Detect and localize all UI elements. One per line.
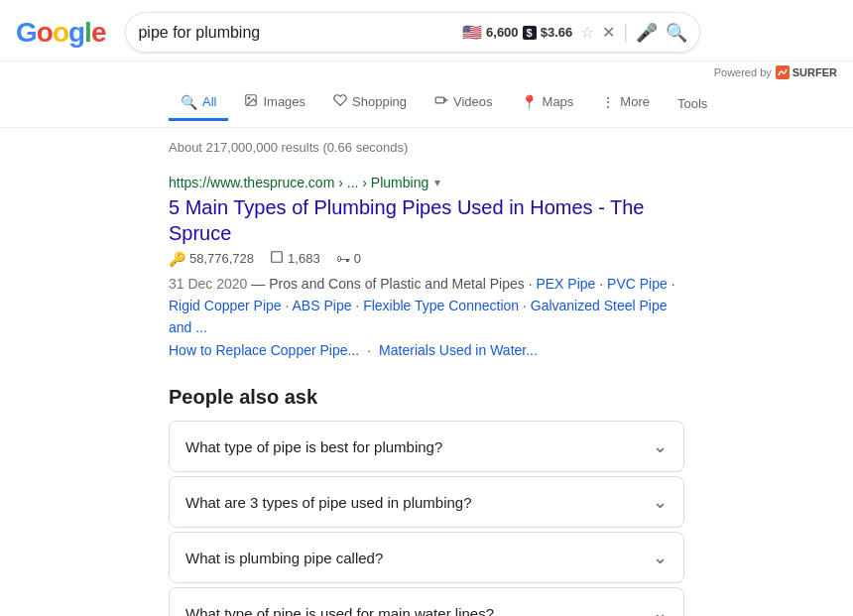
paa-question-3: What is plumbing pipe called?	[185, 550, 383, 566]
paa-chevron-3-icon: ⌄	[653, 547, 668, 568]
search-button[interactable]: 🔍	[666, 22, 687, 44]
svg-point-1	[249, 97, 251, 99]
result-url-row: https://www.thespruce.com › ... › Plumbi…	[169, 175, 684, 190]
kw-cpc: $3.66	[541, 25, 573, 40]
result-link-copper[interactable]: Rigid Copper Pipe	[169, 298, 282, 313]
flag-icon: 🇺🇸	[462, 23, 482, 42]
svg-rect-2	[435, 97, 444, 103]
result-title-text: 5 Main Types of Plumbing Pipes Used in H…	[169, 196, 645, 244]
paa-item-1[interactable]: What type of pipe is best for plumbing? …	[169, 421, 684, 472]
results-count: About 217,000,000 results (0.66 seconds)	[0, 128, 853, 163]
paa-chevron-2-icon: ⌄	[653, 491, 668, 513]
tab-shopping[interactable]: Shopping	[321, 85, 419, 121]
result-metrics: 🔑 58,776,728 1,683 🗝 0	[169, 250, 684, 267]
search-bar-right: 🇺🇸 6,600 $ $3.66 ☆ ✕ | 🎤 🔍	[462, 21, 687, 44]
keys-value: 0	[354, 251, 361, 266]
result-sub-link-materials[interactable]: Materials Used in Water...	[379, 342, 538, 358]
paa-item-3[interactable]: What is plumbing pipe called? ⌄	[169, 532, 684, 583]
powered-by-label: Powered by	[714, 66, 772, 78]
sub-links-separator: ·	[367, 342, 371, 358]
shopping-icon	[333, 93, 347, 110]
all-icon: 🔍	[181, 94, 197, 110]
tab-images[interactable]: Images	[232, 85, 317, 121]
result-link-pex[interactable]: PEX Pipe	[536, 276, 595, 292]
pages-icon	[270, 250, 284, 267]
search-input[interactable]	[138, 24, 454, 42]
result-url-dropdown-icon[interactable]: ▾	[434, 176, 440, 189]
paa-title: People also ask	[169, 386, 684, 409]
metric-item-keys: 🗝 0	[336, 251, 361, 267]
metric-item-backlinks: 🔑 58,776,728	[169, 251, 254, 267]
result-sub-links: How to Replace Copper Pipe... · Material…	[169, 342, 684, 358]
result-link-abs[interactable]: ABS Pipe	[293, 298, 352, 313]
tab-more-label: More	[620, 94, 650, 109]
svg-rect-4	[272, 252, 283, 263]
metric-item-pages: 1,683	[270, 250, 320, 267]
keyword-data: 🇺🇸 6,600 $ $3.66	[462, 23, 572, 42]
surfer-brand: SURFER	[792, 66, 837, 78]
powered-by-bar: Powered by SURFER	[0, 62, 853, 79]
paa-question-1: What type of pipe is best for plumbing?	[185, 438, 442, 455]
result-url-breadcrumb: › ... › Plumbing	[338, 175, 428, 190]
tab-videos[interactable]: Videos	[423, 85, 505, 121]
keys-icon: 🗝	[336, 251, 350, 267]
search-bar[interactable]: 🇺🇸 6,600 $ $3.66 ☆ ✕ | 🎤 🔍	[125, 12, 700, 53]
result-url: https://www.thespruce.com › ... › Plumbi…	[169, 175, 428, 190]
tab-maps-label: Maps	[543, 94, 574, 109]
maps-icon: 📍	[521, 94, 538, 110]
surfer-logo-icon	[776, 65, 790, 79]
result-description: 31 Dec 2020 — Pros and Cons of Plastic a…	[169, 273, 684, 338]
images-icon	[244, 93, 258, 110]
google-logo: Google	[16, 17, 105, 49]
videos-icon	[434, 93, 448, 110]
result-link-flexible[interactable]: Flexible Type Connection	[363, 298, 519, 313]
result-link-pvc[interactable]: PVC Pipe	[607, 276, 668, 292]
close-icon[interactable]: ✕	[602, 23, 615, 42]
tab-maps[interactable]: 📍 Maps	[509, 86, 586, 121]
tab-shopping-label: Shopping	[352, 94, 407, 109]
header: Google 🇺🇸 6,600 $ $3.66 ☆ ✕ | 🎤 🔍	[0, 0, 853, 62]
tools-button[interactable]: Tools	[666, 88, 719, 119]
result-title-link[interactable]: 5 Main Types of Plumbing Pipes Used in H…	[169, 194, 684, 246]
pages-value: 1,683	[288, 251, 320, 266]
result-url-base: https://www.thespruce.com	[169, 175, 334, 190]
paa-chevron-1-icon: ⌄	[653, 435, 668, 457]
kw-cpc-badge: $	[523, 26, 537, 40]
tab-videos-label: Videos	[453, 94, 493, 109]
tab-more[interactable]: ⋮ More	[589, 86, 662, 121]
paa-item-4[interactable]: What type of pipe is used for main water…	[169, 587, 684, 616]
paa-question-4: What type of pipe is used for main water…	[185, 605, 494, 616]
search-result: https://www.thespruce.com › ... › Plumbi…	[169, 175, 684, 358]
paa-item-2[interactable]: What are 3 types of pipe used in plumbin…	[169, 476, 684, 528]
people-also-ask-section: People also ask What type of pipe is bes…	[169, 386, 684, 616]
backlinks-value: 58,776,728	[189, 251, 254, 266]
mic-icon[interactable]: 🎤	[636, 22, 658, 44]
backlinks-icon: 🔑	[169, 251, 185, 267]
tab-images-label: Images	[263, 94, 305, 109]
paa-chevron-4-icon: ⌄	[653, 602, 668, 616]
divider: |	[623, 21, 628, 44]
kw-volume: 6,600	[486, 25, 519, 40]
svg-marker-3	[444, 98, 447, 102]
tab-all-label: All	[202, 94, 216, 109]
tab-all[interactable]: 🔍 All	[169, 86, 228, 121]
result-sub-link-copper[interactable]: How to Replace Copper Pipe...	[169, 342, 359, 358]
more-icon: ⋮	[601, 94, 615, 110]
main-content: https://www.thespruce.com › ... › Plumbi…	[0, 175, 853, 616]
result-description-separator: —	[251, 276, 269, 292]
paa-question-2: What are 3 types of pipe used in plumbin…	[185, 494, 472, 511]
surfer-badge: SURFER	[776, 65, 837, 79]
result-date: 31 Dec 2020	[169, 276, 247, 292]
nav-tabs: 🔍 All Images Shopping Videos 📍 Maps ⋮	[0, 79, 853, 128]
star-icon[interactable]: ☆	[580, 23, 594, 42]
